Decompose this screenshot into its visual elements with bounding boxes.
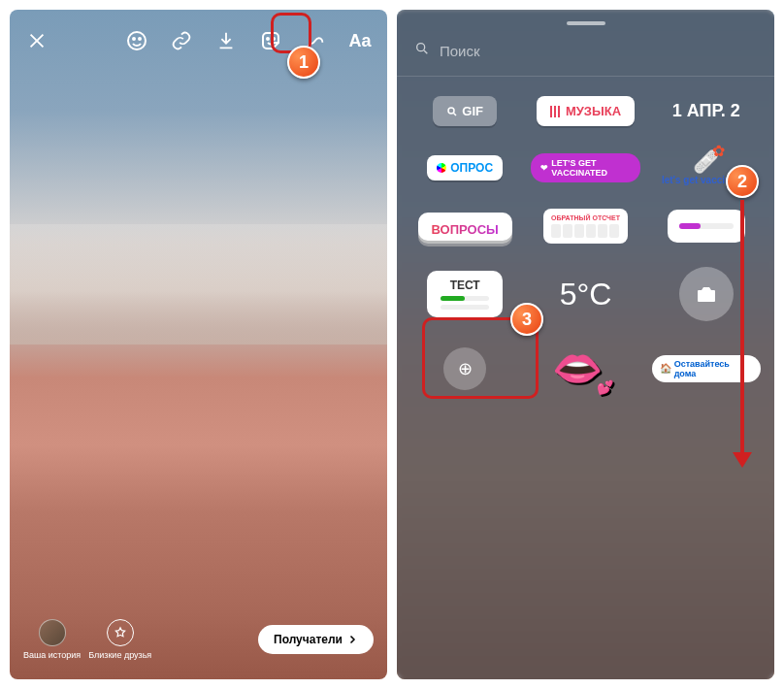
recipients-button[interactable]: Получатели	[258, 625, 374, 654]
story-editor: Aa Ваша история Близкие друзья Получател…	[10, 10, 387, 679]
star-icon	[107, 619, 134, 646]
svg-point-3	[267, 38, 269, 40]
panel-handle[interactable]	[567, 21, 605, 25]
sticker-search[interactable]	[397, 33, 774, 77]
sticker-gif[interactable]: GIF	[433, 96, 497, 126]
svg-point-4	[273, 38, 275, 40]
search-input[interactable]	[440, 43, 757, 59]
sticker-mouth[interactable]: 👄💕	[552, 344, 619, 392]
search-icon	[414, 41, 430, 60]
your-story-button[interactable]: Ваша история	[23, 619, 81, 660]
sticker-add[interactable]: ⊕	[443, 347, 486, 390]
svg-point-5	[417, 44, 425, 51]
sticker-slider[interactable]	[668, 210, 745, 243]
sticker-vaccinated[interactable]: LET'S GET VACCINATED	[531, 153, 639, 182]
svg-point-6	[448, 108, 454, 114]
story-top-toolbar: Aa	[10, 19, 387, 62]
sticker-questions[interactable]: ВОПРОСЫ	[418, 213, 512, 241]
sticker-music[interactable]: МУЗЫКА	[537, 96, 635, 126]
sticker-icon[interactable]	[257, 27, 284, 54]
svg-point-7	[703, 292, 709, 298]
add-icon: ⊕	[443, 347, 486, 390]
svg-point-0	[128, 32, 146, 49]
sticker-poll[interactable]: ОПРОС	[427, 155, 503, 180]
sticker-stay-home[interactable]: Оставайтесь дома	[652, 355, 761, 382]
sticker-date[interactable]: 1 АПР. 2	[672, 101, 740, 121]
sticker-temperature[interactable]: 5°C	[560, 277, 612, 312]
sticker-quiz[interactable]: ТЕСТ	[427, 271, 503, 317]
svg-point-2	[139, 38, 141, 40]
draw-icon[interactable]	[302, 27, 329, 54]
close-friends-button[interactable]: Близкие друзья	[88, 619, 151, 660]
close-icon[interactable]	[23, 27, 50, 54]
svg-point-1	[133, 38, 135, 40]
story-bottom-bar: Ваша история Близкие друзья Получатели	[10, 619, 387, 660]
sticker-countdown[interactable]: ОБРАТНЫЙ ОТСЧЕТ	[543, 209, 628, 244]
download-icon[interactable]	[212, 27, 240, 54]
sticker-camera[interactable]	[679, 267, 734, 321]
text-icon[interactable]: Aa	[346, 27, 374, 54]
sticker-grid[interactable]: GIF МУЗЫКА 1 АПР. 2 ОПРОС LET'S GET VACC…	[397, 77, 774, 411]
effects-icon[interactable]	[123, 27, 150, 54]
sticker-vaccinated-alt[interactable]: 🩹✿let's get vaccinated	[662, 149, 751, 185]
sticker-panel: GIF МУЗЫКА 1 АПР. 2 ОПРОС LET'S GET VACC…	[397, 10, 774, 679]
avatar	[39, 619, 66, 646]
link-icon[interactable]	[168, 27, 195, 54]
camera-icon	[679, 267, 734, 321]
